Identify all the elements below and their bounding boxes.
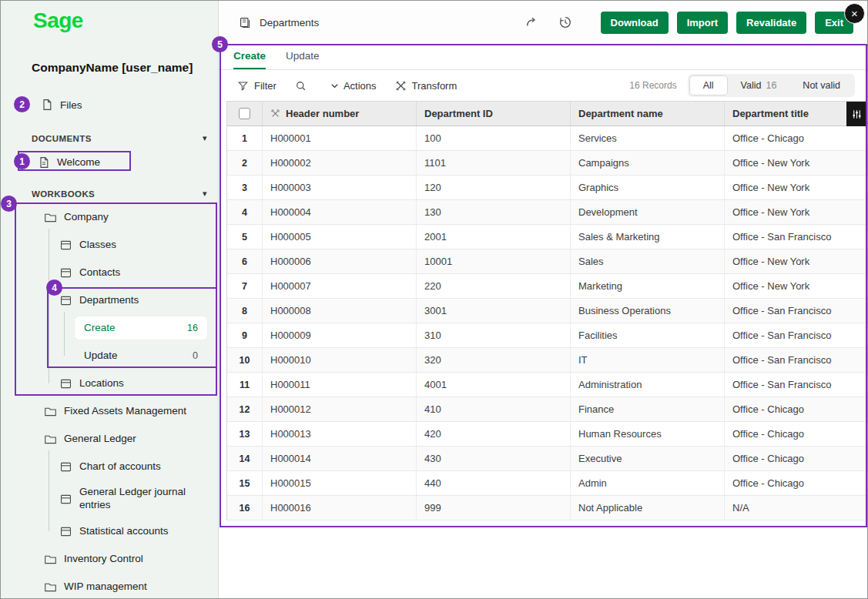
cell-department-id[interactable]: 1101 (417, 151, 571, 175)
cell-department-id[interactable]: 440 (417, 471, 571, 495)
table-row[interactable]: 12H000012410FinanceOffice - Chicago (227, 397, 867, 422)
row-number-cell[interactable]: 6 (227, 249, 263, 273)
cell-header-number[interactable]: H000005 (263, 225, 417, 249)
transform-button[interactable]: Transform (395, 80, 457, 92)
row-number-cell[interactable]: 9 (227, 323, 263, 347)
actions-dropdown[interactable]: Actions (330, 80, 377, 92)
row-number-cell[interactable]: 12 (227, 397, 263, 421)
cell-department-title[interactable]: Office - San Francisco (725, 225, 867, 249)
cell-department-id[interactable]: 2001 (417, 225, 571, 249)
tree-item-departments[interactable]: Departments (1, 286, 218, 314)
segment-valid[interactable]: Valid 16 (728, 75, 790, 95)
tree-item-wip-management[interactable]: WIP management (1, 573, 218, 599)
cell-header-number[interactable]: H000009 (263, 323, 417, 347)
cell-department-id[interactable]: 410 (417, 397, 571, 421)
table-row[interactable]: 16H000016999Not ApplicableN/A (227, 496, 867, 520)
segment-all[interactable]: All (689, 75, 728, 95)
row-number-cell[interactable]: 3 (227, 176, 263, 199)
cell-department-name[interactable]: Marketing (571, 274, 725, 298)
row-number-cell[interactable]: 11 (227, 373, 263, 397)
cell-department-id[interactable]: 120 (417, 176, 571, 199)
table-row[interactable]: 1H000001100ServicesOffice - Chicago (227, 126, 867, 151)
table-row[interactable]: 11H0000114001AdministrationOffice - San … (227, 373, 867, 397)
row-number-cell[interactable]: 5 (227, 225, 263, 249)
cell-department-name[interactable]: Sales (571, 249, 725, 273)
column-header-header-number[interactable]: Header number (263, 102, 417, 125)
table-row[interactable]: 15H000015440AdminOffice - Chicago (227, 471, 867, 496)
cell-department-id[interactable]: 320 (417, 348, 571, 372)
chevron-down-icon[interactable]: ▾ (203, 133, 207, 143)
cell-department-title[interactable]: Office - San Francisco (725, 348, 867, 372)
table-row[interactable]: 14H000014430ExecutiveOffice - Chicago (227, 447, 867, 471)
cell-department-title[interactable]: Office - Chicago (725, 126, 867, 150)
table-row[interactable]: 9H000009310FacilitiesOffice - San Franci… (227, 323, 867, 348)
cell-department-name[interactable]: IT (571, 348, 725, 372)
tree-item-create[interactable]: Create16 (1, 314, 218, 342)
tree-item-fixed-assets-management[interactable]: Fixed Assets Management (1, 397, 218, 425)
cell-department-id[interactable]: 3001 (417, 299, 571, 323)
tree-item-update[interactable]: Update0 (1, 342, 218, 370)
cell-header-number[interactable]: H000007 (263, 274, 417, 298)
column-settings-button[interactable] (846, 102, 867, 126)
cell-department-id[interactable]: 420 (417, 422, 571, 446)
cell-department-name[interactable]: Finance (571, 397, 725, 421)
share-icon[interactable] (524, 15, 538, 29)
row-number-cell[interactable]: 15 (227, 471, 263, 495)
cell-department-name[interactable]: Graphics (571, 176, 725, 199)
row-number-cell[interactable]: 10 (227, 348, 263, 372)
cell-department-name[interactable]: Admin (571, 471, 725, 495)
cell-header-number[interactable]: H000012 (263, 397, 417, 421)
table-row[interactable]: 6H00000610001SalesOffice - New York (227, 249, 867, 274)
cell-department-title[interactable]: Office - San Francisco (725, 323, 867, 347)
table-row[interactable]: 4H000004130DevelopmentOffice - New York (227, 200, 867, 225)
cell-department-name[interactable]: Facilities (571, 323, 725, 347)
cell-department-name[interactable]: Services (571, 126, 725, 150)
workbooks-section-header[interactable]: WORKBOOKS ▾ (32, 189, 207, 199)
cell-department-id[interactable]: 4001 (417, 373, 571, 397)
chevron-down-icon[interactable]: ▾ (203, 189, 207, 199)
segment-not-valid[interactable]: Not valid (789, 75, 853, 95)
cell-department-title[interactable]: Office - New York (725, 176, 867, 199)
table-row[interactable]: 5H0000052001Sales & MarketingOffice - Sa… (227, 225, 867, 249)
table-row[interactable]: 2H0000021101CampaignsOffice - New York (227, 151, 867, 176)
cell-header-number[interactable]: H000004 (263, 200, 417, 224)
cell-department-id[interactable]: 999 (417, 496, 571, 520)
cell-department-title[interactable]: Office - Chicago (725, 397, 867, 421)
filter-button[interactable]: Filter (237, 80, 276, 92)
cell-department-name[interactable]: Not Applicable (571, 496, 725, 520)
tree-item-general-ledger-journal-entries[interactable]: General Ledger journal entries (1, 480, 218, 517)
cell-department-title[interactable]: Office - Chicago (725, 447, 867, 470)
row-number-cell[interactable]: 8 (227, 299, 263, 323)
tree-item-statistical-accounts[interactable]: Statistical accounts (1, 517, 218, 545)
cell-department-name[interactable]: Development (571, 200, 725, 224)
cell-department-title[interactable]: Office - New York (725, 200, 867, 224)
tree-item-locations[interactable]: Locations (1, 370, 218, 397)
table-row[interactable]: 10H000010320ITOffice - San Francisco (227, 348, 867, 373)
cell-header-number[interactable]: H000003 (263, 176, 417, 199)
cell-department-title[interactable]: Office - San Francisco (725, 373, 867, 397)
row-number-cell[interactable]: 4 (227, 200, 263, 224)
download-button[interactable]: Download (601, 12, 669, 34)
cell-department-title[interactable]: N/A (725, 496, 867, 520)
cell-department-id[interactable]: 310 (417, 323, 571, 347)
tree-item-contacts[interactable]: Contacts (1, 259, 218, 286)
cell-header-number[interactable]: H000013 (263, 422, 417, 446)
cell-department-name[interactable]: Human Resources (571, 422, 725, 446)
cell-header-number[interactable]: H000010 (263, 348, 417, 372)
cell-department-id[interactable]: 220 (417, 274, 571, 298)
search-button[interactable] (295, 80, 312, 92)
select-all-checkbox[interactable] (239, 108, 250, 119)
sidebar-item-welcome[interactable]: Welcome (38, 152, 100, 172)
cell-department-title[interactable]: Office - New York (725, 274, 867, 298)
cell-department-id[interactable]: 100 (417, 126, 571, 150)
row-number-cell[interactable]: 7 (227, 274, 263, 298)
table-row[interactable]: 7H000007220MarketingOffice - New York (227, 274, 867, 299)
cell-department-title[interactable]: Office - San Francisco (725, 299, 867, 323)
cell-department-title[interactable]: Office - Chicago (725, 422, 867, 446)
tree-item-general-ledger[interactable]: General Ledger (1, 425, 218, 453)
cell-department-name[interactable]: Campaigns (571, 151, 725, 175)
column-header-department-name[interactable]: Department name (571, 102, 725, 125)
cell-header-number[interactable]: H000008 (263, 299, 417, 323)
table-row[interactable]: 3H000003120GraphicsOffice - New York (227, 176, 867, 200)
cell-header-number[interactable]: H000001 (263, 126, 417, 150)
